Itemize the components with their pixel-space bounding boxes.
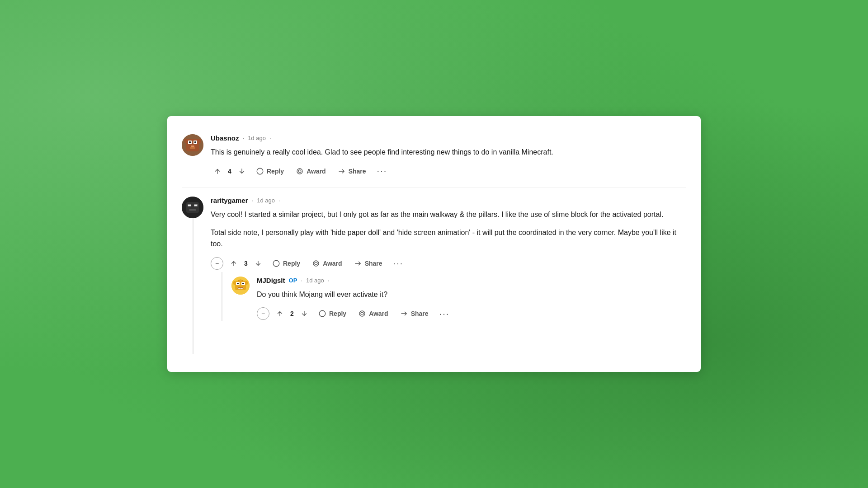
reply-mjdigsit-content: MJDigsIt OP · 1d ago · Do you think Moja… [231, 272, 686, 321]
svg-rect-28 [242, 283, 244, 284]
share-button-raritygamer[interactable]: Share [349, 257, 387, 270]
avatar-mjdigsit [231, 277, 250, 295]
comment-raritygamer-actions: − 3 Reply Award [211, 256, 686, 270]
downvote-button-mjdigsit[interactable] [297, 308, 311, 319]
svg-rect-30 [233, 281, 236, 285]
username-ubasnoz: Ubasnoz [211, 134, 239, 142]
timestamp-ubasnoz: 1d ago [248, 135, 266, 141]
downvote-icon-mjdigsit [300, 310, 308, 318]
svg-point-34 [361, 312, 363, 315]
separator-1 [182, 187, 686, 188]
comment-mjdigsit: MJDigsIt OP · 1d ago · Do you think Moja… [231, 272, 686, 321]
svg-point-10 [257, 168, 263, 174]
award-icon-ubasnoz [296, 167, 304, 175]
avatar-mjdigsit-image [231, 277, 250, 295]
downvote-button-raritygamer[interactable] [251, 258, 265, 269]
comment-ubasnoz-header: Ubasnoz · 1d ago · [211, 134, 686, 142]
svg-point-32 [319, 310, 326, 317]
reply-mjdigsit-header: MJDigsIt OP · 1d ago · [257, 277, 686, 284]
downvote-button-ubasnoz[interactable] [235, 165, 249, 177]
thread-line-raritygamer [193, 218, 193, 354]
nested-indent-mjdigsit [222, 272, 222, 321]
svg-rect-8 [184, 139, 188, 143]
vote-section-raritygamer: 3 [227, 258, 265, 269]
vote-count-mjdigsit: 2 [288, 310, 296, 317]
reply-button-raritygamer[interactable]: Reply [268, 257, 305, 270]
upvote-icon-raritygamer [230, 259, 238, 267]
share-button-mjdigsit[interactable]: Share [396, 307, 433, 320]
svg-rect-5 [194, 141, 196, 143]
svg-rect-17 [188, 205, 191, 206]
upvote-button-mjdigsit[interactable] [273, 308, 287, 319]
award-icon-raritygamer [312, 259, 320, 267]
downvote-icon-ubasnoz [238, 167, 246, 175]
more-button-raritygamer[interactable]: ··· [390, 256, 407, 270]
svg-point-12 [298, 170, 301, 173]
collapse-button-raritygamer[interactable]: − [211, 257, 223, 270]
reply-mjdigsit-body: MJDigsIt OP · 1d ago · Do you think Moja… [257, 277, 686, 321]
reply-wrapper-mjdigsit: MJDigsIt OP · 1d ago · Do you think Moja… [211, 272, 686, 321]
comment-raritygamer-text-1: Very cool! I started a similar project, … [211, 209, 686, 221]
op-badge-mjdigsit: OP [289, 277, 297, 284]
comment-raritygamer: raritygamer · 1d ago · Very cool! I star… [182, 191, 686, 359]
comment-raritygamer-header: raritygamer · 1d ago · [211, 197, 686, 204]
comment-ubasnoz-text: This is genuinely a really cool idea. Gl… [211, 146, 686, 158]
svg-rect-4 [189, 141, 191, 143]
upvote-button-ubasnoz[interactable] [211, 165, 224, 177]
comment-raritygamer-body: raritygamer · 1d ago · Very cool! I star… [211, 197, 686, 354]
vote-count-ubasnoz: 4 [226, 168, 233, 175]
downvote-icon-raritygamer [254, 259, 262, 267]
svg-rect-19 [189, 209, 196, 211]
reply-icon-ubasnoz [256, 167, 264, 175]
upvote-icon-ubasnoz [213, 167, 222, 175]
share-icon-ubasnoz [338, 167, 346, 175]
svg-point-21 [313, 261, 319, 266]
svg-rect-7 [191, 145, 194, 147]
award-icon-mjdigsit [358, 310, 366, 318]
reply-button-ubasnoz[interactable]: Reply [251, 164, 288, 178]
upvote-button-raritygamer[interactable] [227, 258, 241, 269]
avatar-ubasnoz [182, 134, 203, 156]
award-button-raritygamer[interactable]: Award [307, 257, 347, 270]
share-icon-raritygamer [354, 259, 362, 267]
reply-button-mjdigsit[interactable]: Reply [314, 307, 351, 320]
comment-card: Ubasnoz · 1d ago · This is genuinely a r… [167, 116, 701, 372]
vote-section-mjdigsit: 2 [273, 308, 311, 319]
share-button-ubasnoz[interactable]: Share [333, 164, 371, 178]
avatar-raritygamer [182, 197, 203, 218]
svg-point-11 [297, 169, 302, 174]
svg-point-33 [359, 311, 365, 316]
timestamp-raritygamer: 1d ago [257, 197, 275, 204]
svg-point-22 [315, 262, 317, 265]
svg-rect-14 [186, 202, 199, 213]
vote-section-ubasnoz: 4 [211, 165, 249, 177]
more-button-mjdigsit[interactable]: ··· [436, 307, 453, 321]
award-button-ubasnoz[interactable]: Award [291, 164, 330, 178]
vote-count-raritygamer: 3 [242, 260, 250, 267]
collapse-button-mjdigsit[interactable]: − [257, 307, 269, 320]
svg-point-20 [273, 260, 279, 267]
reply-icon-mjdigsit [318, 310, 326, 318]
svg-rect-27 [237, 283, 239, 284]
share-icon-mjdigsit [400, 310, 408, 318]
reply-mjdigsit-actions: − 2 [257, 307, 686, 321]
svg-rect-9 [197, 139, 201, 143]
comment-ubasnoz: Ubasnoz · 1d ago · This is genuinely a r… [182, 129, 686, 184]
username-mjdigsit: MJDigsIt [257, 277, 285, 284]
username-raritygamer: raritygamer [211, 197, 248, 204]
timestamp-mjdigsit: 1d ago [306, 277, 324, 284]
svg-rect-1 [186, 139, 199, 151]
comment-raritygamer-text-2: Total side note, I personally play with … [211, 227, 686, 250]
upvote-icon-mjdigsit [276, 310, 284, 318]
avatar-ubasnoz-image [182, 134, 203, 156]
award-button-mjdigsit[interactable]: Award [354, 307, 393, 320]
avatar-raritygamer-image [182, 197, 203, 218]
comment-ubasnoz-actions: 4 Reply Award Share ··· [211, 164, 686, 178]
more-button-ubasnoz[interactable]: ··· [373, 164, 391, 178]
reply-mjdigsit-text: Do you think Mojang will ever activate i… [257, 289, 686, 300]
svg-rect-31 [245, 281, 248, 285]
svg-rect-18 [194, 205, 197, 206]
reply-icon-raritygamer [272, 259, 280, 267]
comment-ubasnoz-body: Ubasnoz · 1d ago · This is genuinely a r… [211, 134, 686, 178]
